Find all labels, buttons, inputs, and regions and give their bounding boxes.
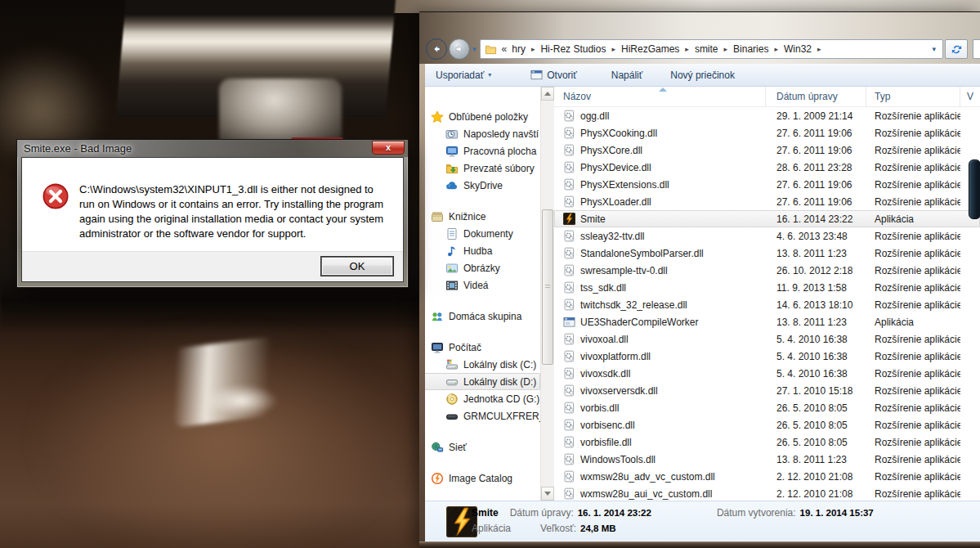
file-row-physxloader.dll[interactable]: PhysXLoader.dll 27. 6. 2011 19:06 Rozšír… — [554, 193, 980, 210]
file-name: wxmsw28u_aui_vc_custom.dll — [580, 488, 712, 500]
file-row-smite[interactable]: Smite 16. 1. 2014 23:22 Aplikácia — [554, 210, 980, 227]
sidebar-item-recent[interactable]: Naposledy navští — [419, 125, 540, 142]
file-name: tss_sdk.dll — [580, 282, 626, 294]
explorer-window: ▾ « hry ▸ Hi-Rez Studios ▸ HiRezGames — [419, 11, 980, 548]
file-row-vorbisfile.dll[interactable]: vorbisfile.dll 26. 5. 2010 8:05 Rozšíren… — [554, 433, 980, 451]
sidebar-item-disk-c[interactable]: Lokálny disk (C:) — [419, 356, 540, 373]
command-toolbar: Usporiadať ▾ Otvoriť Napáliť Nový prieči… — [419, 64, 980, 87]
list-scrollbar-thumb[interactable] — [969, 159, 980, 219]
file-row-physxcooking.dll[interactable]: PhysXCooking.dll 27. 6. 2011 19:06 Rozší… — [554, 124, 980, 141]
file-row-vorbis.dll[interactable]: vorbis.dll 26. 5. 2010 8:05 Rozšírenie a… — [554, 399, 980, 416]
catalog-icon — [431, 472, 444, 485]
column-header-type[interactable]: Typ — [866, 87, 960, 106]
sidebar-scrollbar[interactable] — [540, 87, 554, 501]
sidebar-scrollbar-thumb[interactable] — [542, 209, 553, 365]
file-type: Rozšírenie aplikácie — [866, 265, 960, 276]
refresh-button[interactable] — [945, 39, 968, 59]
file-row-standalonesymbolparser.dll[interactable]: StandaloneSymbolParser.dll 13. 8. 2011 1… — [554, 245, 980, 262]
file-name: Smite — [580, 213, 606, 225]
sidebar-item-cd[interactable]: Jednotka CD (G:) — [419, 390, 540, 407]
file-row-vorbisenc.dll[interactable]: vorbisenc.dll 26. 5. 2010 8:05 Rozšíreni… — [554, 416, 980, 433]
file-row-wxmsw28u_aui_vc_custom.dll[interactable]: wxmsw28u_aui_vc_custom.dll 2. 12. 2010 2… — [554, 485, 980, 501]
breadcrumb-item[interactable]: Binaries — [733, 43, 768, 55]
file-row-twitchsdk_32_release.dll[interactable]: twitchsdk_32_release.dll 14. 6. 2013 18:… — [554, 296, 980, 313]
open-button[interactable]: Otvoriť — [530, 69, 577, 81]
breadcrumb-item[interactable]: smite — [695, 43, 718, 55]
sidebar-item-music[interactable]: Hudba — [419, 242, 540, 259]
file-row-ue3shadercompileworker[interactable]: UE3ShaderCompileWorker 13. 8. 2011 1:23 … — [554, 313, 980, 330]
column-header-size[interactable]: V — [960, 87, 980, 106]
breadcrumb-item[interactable]: hry — [512, 43, 526, 55]
file-name: vorbisenc.dll — [580, 420, 635, 431]
open-app-icon — [530, 69, 543, 81]
sidebar-item-pictures[interactable]: Obrázky — [419, 259, 540, 276]
file-row-windowstools.dll[interactable]: WindowsTools.dll 13. 8. 2011 1:23 Rozšír… — [554, 451, 980, 468]
sidebar-item-label: Image Catalog — [449, 473, 512, 484]
sidebar-item-network[interactable]: Sieť — [419, 438, 540, 456]
file-date-modified: 2. 12. 2010 21:08 — [766, 488, 866, 500]
disk-icon — [445, 375, 459, 389]
sidebar-item-homegroup[interactable]: Domáca skupina — [419, 308, 540, 325]
sidebar-item-libraries[interactable]: Knižnice — [419, 208, 540, 225]
dll-icon — [563, 384, 575, 397]
address-bar[interactable]: « hry ▸ Hi-Rez Studios ▸ HiRezGames ▸ sm… — [480, 39, 943, 59]
forward-button[interactable] — [449, 38, 470, 60]
file-row-physxcore.dll[interactable]: PhysXCore.dll 27. 6. 2011 19:06 Rozšíren… — [554, 141, 980, 159]
file-date-modified: 13. 8. 2011 1:23 — [766, 454, 866, 465]
sidebar-item-downloads[interactable]: Prevzaté súbory — [419, 159, 540, 177]
file-row-swresample-ttv-0.dll[interactable]: swresample-ttv-0.dll 26. 10. 2012 2:18 R… — [554, 262, 980, 279]
file-row-vivoxoal.dll[interactable]: vivoxoal.dll 5. 4. 2010 16:38 Rozšírenie… — [554, 330, 980, 348]
back-arrow-icon — [431, 43, 442, 55]
file-type: Aplikácia — [866, 213, 960, 225]
dll-icon — [563, 333, 575, 345]
sidebar-item-document[interactable]: Dokumenty — [419, 225, 540, 242]
sidebar-item-disk[interactable]: Lokálny disk (D:) — [419, 373, 540, 390]
file-row-vivoxserversdk.dll[interactable]: vivoxserversdk.dll 27. 1. 2010 15:18 Roz… — [554, 382, 980, 399]
organize-button[interactable]: Usporiadať ▾ — [436, 70, 491, 81]
column-header-date-modified[interactable]: Dátum úpravy — [766, 87, 866, 106]
address-dropdown-icon[interactable]: ▾ — [929, 45, 939, 53]
sidebar-item-cloud[interactable]: SkyDrive — [419, 177, 540, 194]
sidebar-item-desktop[interactable]: Pracovná plocha — [419, 142, 540, 159]
breadcrumb-item[interactable]: Win32 — [784, 43, 812, 55]
file-row-vivoxsdk.dll[interactable]: vivoxsdk.dll 5. 4. 2010 16:38 Rozšírenie… — [554, 365, 980, 382]
file-date-modified: 14. 6. 2013 18:10 — [766, 299, 866, 311]
file-type: Rozšírenie aplikácie — [866, 162, 960, 173]
ok-button[interactable]: OK — [321, 257, 393, 276]
sidebar-item-catalog[interactable]: Image Catalog — [419, 469, 540, 487]
history-chevron-icon[interactable]: ▾ — [472, 45, 477, 53]
file-row-tss_sdk.dll[interactable]: tss_sdk.dll 11. 9. 2013 1:58 Rozšírenie … — [554, 279, 980, 296]
column-header-name[interactable]: Názov — [554, 87, 766, 106]
file-name: swresample-ttv-0.dll — [580, 265, 668, 276]
file-row-physxdevice.dll[interactable]: PhysXDevice.dll 28. 6. 2011 23:28 Rozšír… — [554, 159, 980, 176]
file-row-vivoxplatform.dll[interactable]: vivoxplatform.dll 5. 4. 2010 16:38 Rozší… — [554, 348, 980, 365]
scroll-up-button[interactable] — [541, 87, 554, 101]
breadcrumb-separator-icon: ▸ — [531, 45, 535, 53]
file-row-physxextensions.dll[interactable]: PhysXExtensions.dll 27. 6. 2011 19:06 Ro… — [554, 176, 980, 193]
breadcrumb-item[interactable]: HiRezGames — [621, 43, 679, 55]
file-row-ssleay32-ttv.dll[interactable]: ssleay32-ttv.dll 4. 6. 2013 23:48 Rozšír… — [554, 227, 980, 245]
scrollbar-grip-icon — [545, 285, 550, 290]
back-button[interactable] — [426, 38, 447, 60]
size-label: Veľkosť: — [540, 523, 576, 534]
file-type: Rozšírenie aplikácie — [866, 110, 960, 122]
sidebar-item-videos[interactable]: Videá — [419, 276, 540, 294]
file-type: Rozšírenie aplikácie — [866, 385, 960, 397]
sidebar-item-disk-dark[interactable]: GRMCULXFRER_S — [419, 407, 540, 424]
search-input[interactable] — [973, 39, 980, 59]
breadcrumb-overflow-chevron[interactable]: « — [502, 43, 508, 55]
scroll-down-button[interactable] — [541, 487, 554, 501]
sidebar-item-computer[interactable]: Počítač — [419, 339, 540, 356]
file-row-wxmsw28u_adv_vc_custom.dll[interactable]: wxmsw28u_adv_vc_custom.dll 2. 12. 2010 2… — [554, 468, 980, 485]
file-row-ogg.dll[interactable]: ogg.dll 29. 1. 2009 21:14 Rozšírenie apl… — [554, 107, 980, 124]
breadcrumb-item[interactable]: Hi-Rez Studios — [540, 43, 606, 55]
close-button[interactable]: x — [372, 141, 405, 155]
file-name: wxmsw28u_adv_vc_custom.dll — [580, 471, 715, 483]
dialog-titlebar[interactable]: Smite.exe - Bad Image x — [17, 140, 408, 157]
burn-button[interactable]: Napáliť — [611, 70, 643, 81]
refresh-icon — [951, 43, 963, 56]
new-folder-button[interactable]: Nový priečinok — [670, 70, 735, 81]
column-header-row: Názov Dátum úpravy Typ V — [554, 87, 980, 107]
sidebar-item-star[interactable]: Obľúbené položky — [419, 108, 540, 125]
selected-file-name: Smite — [472, 507, 499, 519]
